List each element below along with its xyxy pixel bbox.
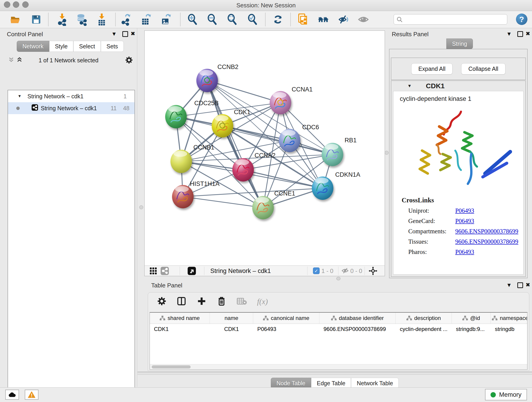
table-cell[interactable]: cyclin-dependent ... [396,324,452,334]
network-row[interactable]: String Network – cdk1 11 48 [8,102,134,114]
column-header-canonical-name[interactable]: canonical name [253,313,319,324]
panel-close-icon[interactable]: ✖ [131,31,135,37]
collection-expander-icon[interactable]: ▼ [18,94,22,99]
panel-menu-icon[interactable]: ▼ [111,31,117,37]
birdseye-view-icon[interactable] [188,267,196,276]
zoom-in-icon[interactable] [186,13,198,26]
crosslink-link-tissues[interactable]: 9606.ENSP00000378699 [455,238,518,245]
import-table-file-icon[interactable] [96,13,108,26]
hide-panels-icon[interactable] [337,13,349,26]
network-options-gear-icon[interactable] [125,56,133,65]
show-panels-icon[interactable] [357,13,369,26]
left-splitter-handle[interactable] [139,205,143,209]
tab-sets[interactable]: Sets [101,41,124,52]
selected-checkbox-icon[interactable]: ✓ [313,268,320,274]
panel-float-icon[interactable] [517,31,523,37]
show-columns-icon[interactable] [177,296,186,307]
open-session-icon[interactable] [10,13,22,26]
zoom-selected-icon[interactable] [247,13,259,26]
footer-separator [204,267,204,275]
node-CCNB2[interactable] [196,69,218,92]
crosslinks-rows: Uniprot:P06493GeneCard:P06493Compartment… [393,207,523,255]
node-label-CDC6: CDC6 [302,124,319,131]
node-CDKN1A[interactable] [312,177,333,200]
node-RB1[interactable] [322,143,343,166]
column-header-shared-name[interactable]: shared name [150,313,210,324]
edge-CCNB2-CCNA1[interactable] [207,80,280,103]
node-CCNA2[interactable] [232,158,254,182]
node-HIST1H1A[interactable] [172,185,194,208]
save-session-icon[interactable] [30,13,42,26]
table-horizontal-scrollbar[interactable] [150,364,527,370]
tab-network[interactable]: Network [17,41,49,52]
table-options-gear-icon[interactable] [157,297,166,307]
tab-network-table[interactable]: Network Table [351,378,399,389]
edge-HIST1H1A-CCNE1[interactable] [183,197,263,208]
zoom-out-icon[interactable] [206,13,218,26]
node-CCNE1[interactable] [252,196,274,219]
tab-node-table[interactable]: Node Table [271,378,311,389]
delete-row-icon[interactable] [217,296,226,307]
clone-network-icon[interactable] [297,13,309,26]
network-share-view-icon[interactable] [161,267,169,276]
export-table-icon[interactable] [140,13,152,26]
export-image-icon[interactable] [160,13,172,26]
status-bar: Memory [0,387,532,402]
tab-select[interactable]: Select [73,41,101,52]
warnings-button[interactable] [25,390,38,400]
session-home-icon[interactable] [317,13,329,26]
panel-menu-icon[interactable]: ▼ [506,31,512,37]
node-CDK1[interactable] [212,114,233,138]
memory-button[interactable]: Memory [485,389,527,400]
table-cell[interactable]: stringdb:9... [452,324,491,334]
apply-layout-icon[interactable] [272,13,284,26]
import-network-database-icon[interactable] [75,13,87,26]
export-network-icon[interactable] [120,13,132,26]
network-collection-row[interactable]: ▼ String Network – cdk1 1 [8,90,134,102]
panel-float-icon[interactable] [122,31,128,37]
panel-close-icon[interactable]: ✖ [526,282,530,288]
node-CCNA1[interactable] [270,91,291,114]
column-header-database-identifier[interactable]: database identifier [319,313,396,324]
tab-style[interactable]: Style [49,41,74,52]
expand-all-button[interactable]: Expand All [411,63,452,75]
crosslink-link-pharos[interactable]: P06493 [455,249,474,255]
footer-separator [307,267,307,275]
node-CCNB1[interactable] [171,150,192,173]
search-input[interactable] [404,16,507,23]
column-header-namespace[interactable]: namespace [491,313,527,324]
column-header-description[interactable]: description [396,313,452,324]
gene-expander-icon[interactable]: ▼ [407,83,412,89]
table-cell[interactable]: 9606.ENSP00000378699 [319,324,396,334]
table-cell[interactable]: CDK1 [210,324,253,334]
node-CDC25B[interactable] [165,105,187,128]
edge-CCNA2-CDKN1A[interactable] [243,170,323,188]
gene-section-header[interactable]: ▼ CDK1 [391,81,525,91]
network-view[interactable]: CCNB2CCNA1CDC25BCDK1CDC6RB1CCNB1CCNA2CDK… [144,31,385,276]
zoom-fit-icon[interactable] [226,13,238,26]
node-CDC6[interactable] [279,129,300,152]
crosslink-link-uniprot[interactable]: P06493 [455,207,474,214]
table-cell[interactable]: stringdb [491,324,527,334]
collapse-all-button[interactable]: Collapse All [461,63,505,75]
scrollbar-thumb[interactable] [152,365,191,369]
tab-edge-table[interactable]: Edge Table [311,378,351,389]
pan-crosshair-icon[interactable] [369,267,377,276]
help-button[interactable]: ? [516,13,527,25]
table-cell[interactable]: CDK1 [150,324,210,334]
crosslink-link-genecard[interactable]: P06493 [455,217,474,225]
crosslink-link-compartments[interactable]: 9606.ENSP00000378699 [455,228,518,235]
title-bar: Session: New Session [0,0,532,11]
column-header--id[interactable]: @id [452,313,491,324]
panel-menu-icon[interactable]: ▼ [506,282,512,288]
grid-view-icon[interactable] [150,267,157,275]
panel-float-icon[interactable] [517,282,523,288]
table-cell[interactable]: P06493 [253,324,319,334]
panel-close-icon[interactable]: ✖ [526,31,530,37]
cloud-status-button[interactable] [5,390,19,400]
node-table-row[interactable]: CDK1CDK1P064939606.ENSP00000378699cyclin… [150,324,527,334]
tab-string[interactable]: String [446,38,473,49]
import-network-file-icon[interactable] [56,13,68,26]
column-header-name[interactable]: name [210,313,253,324]
add-column-icon[interactable] [196,296,207,307]
